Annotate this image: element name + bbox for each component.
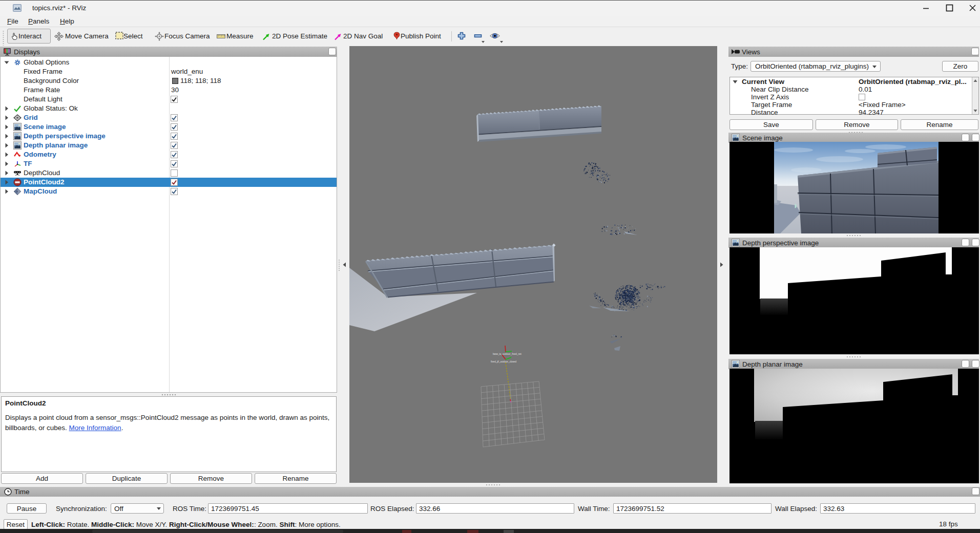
svg-text:fixed_jtf_outdoor_closed: fixed_jtf_outdoor_closed <box>491 360 516 363</box>
svg-text:base_to_outdoor_fixed_net: base_to_outdoor_fixed_net <box>493 353 522 355</box>
